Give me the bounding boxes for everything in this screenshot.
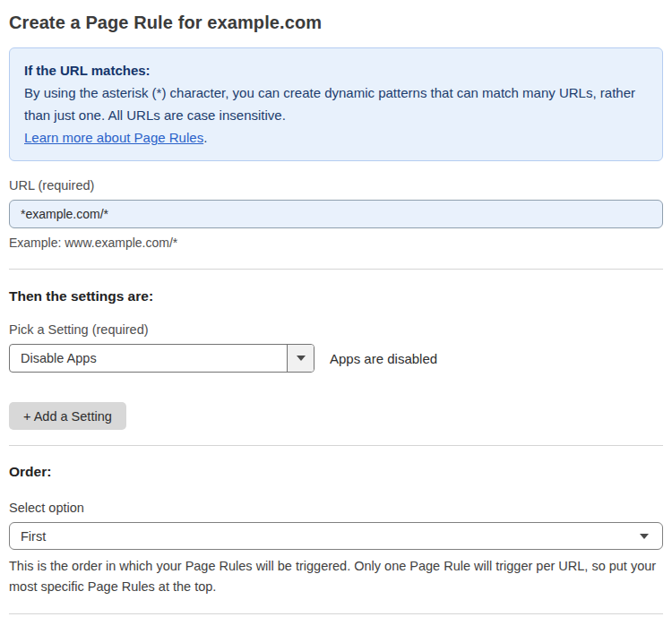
info-box-body: By using the asterisk (*) character, you… [24,81,648,126]
setting-row: Disable Apps Apps are disabled [9,344,663,373]
url-example-text: Example: www.example.com/* [9,236,663,250]
url-field-label: URL (required) [9,178,663,193]
chevron-down-icon [640,534,649,539]
order-select-value: First [21,529,46,544]
order-help-text: This is the order in which your Page Rul… [9,556,663,597]
setting-status-text: Apps are disabled [330,351,437,366]
divider [9,269,663,270]
divider [9,613,663,614]
url-match-info-box: If the URL matches: By using the asteris… [9,47,663,161]
setting-dropdown-value: Disable Apps [10,345,287,372]
url-input[interactable] [9,200,663,228]
divider [9,445,663,446]
link-period: . [203,130,207,145]
pick-setting-label: Pick a Setting (required) [9,322,663,337]
info-box-link-line: Learn more about Page Rules. [24,126,648,149]
add-setting-button[interactable]: + Add a Setting [9,402,126,430]
order-select[interactable]: First [9,522,663,550]
info-box-heading: If the URL matches: [24,59,648,81]
learn-more-link[interactable]: Learn more about Page Rules [24,130,203,145]
order-section-heading: Order: [9,464,663,480]
setting-dropdown[interactable]: Disable Apps [9,344,314,373]
chevron-down-icon [297,356,306,361]
page-title: Create a Page Rule for example.com [9,13,663,33]
settings-section-heading: Then the settings are: [9,288,663,304]
order-select-label: Select option [9,501,663,515]
setting-dropdown-arrow-button[interactable] [287,345,314,372]
